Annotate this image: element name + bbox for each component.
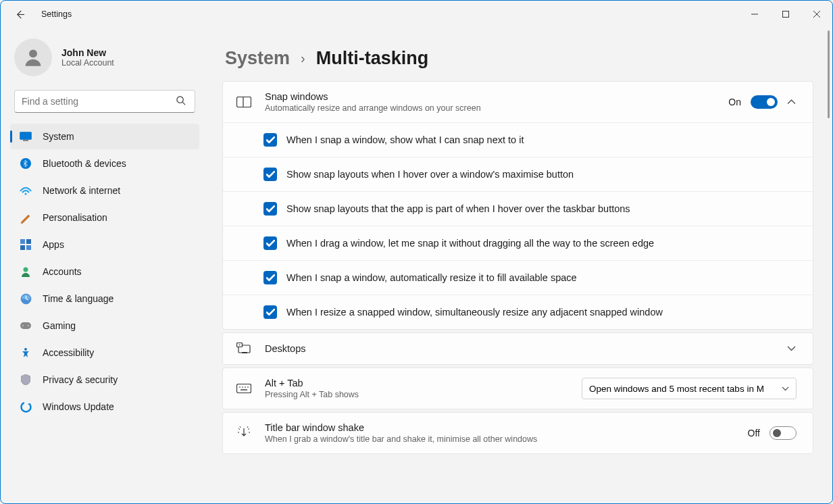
snap-windows-card: Snap windows Automatically resize and ar… bbox=[222, 81, 813, 330]
checkbox[interactable] bbox=[263, 202, 277, 216]
search-input[interactable] bbox=[22, 96, 176, 107]
svg-rect-19 bbox=[20, 322, 31, 329]
maximize-button[interactable] bbox=[770, 1, 801, 28]
sidebar-item-privacy[interactable]: Privacy & security bbox=[10, 367, 199, 393]
avatar bbox=[14, 39, 52, 76]
breadcrumb-parent[interactable]: System bbox=[225, 48, 290, 69]
alttab-card: Alt + Tab Pressing Alt + Tab shows Open … bbox=[222, 368, 813, 409]
checkbox[interactable] bbox=[263, 133, 277, 147]
toggle-state-label: Off bbox=[748, 428, 760, 438]
snap-option-row[interactable]: When I snap a window, automatically resi… bbox=[223, 261, 813, 295]
close-button[interactable] bbox=[801, 1, 832, 28]
svg-rect-8 bbox=[23, 140, 28, 141]
desktops-card: + Desktops bbox=[222, 332, 813, 365]
svg-point-21 bbox=[28, 325, 29, 326]
keyboard-icon bbox=[235, 384, 253, 393]
sidebar-item-bluetooth[interactable]: Bluetooth & devices bbox=[10, 151, 199, 176]
accessibility-icon bbox=[20, 347, 32, 359]
snap-option-row[interactable]: When I snap a window, show what I can sn… bbox=[223, 123, 813, 157]
sidebar-item-accessibility[interactable]: Accessibility bbox=[10, 340, 199, 366]
network-icon bbox=[20, 184, 32, 197]
snap-toggle[interactable] bbox=[751, 95, 778, 109]
svg-rect-24 bbox=[237, 97, 251, 107]
sidebar-item-label: Apps bbox=[43, 239, 64, 250]
snap-option-row[interactable]: Show snap layouts when I hover over a wi… bbox=[223, 157, 813, 192]
scrollbar[interactable] bbox=[828, 30, 830, 118]
sidebar-item-label: Personalisation bbox=[43, 212, 107, 223]
settings-window: Settings John New Local Account bbox=[0, 0, 833, 504]
profile-type: Local Account bbox=[61, 58, 114, 68]
sidebar-item-label: Privacy & security bbox=[43, 374, 118, 385]
shake-row: Title bar window shake When I grab a win… bbox=[223, 413, 813, 453]
snap-option-row[interactable]: When I drag a window, let me snap it wit… bbox=[223, 226, 813, 261]
back-button[interactable] bbox=[13, 7, 26, 21]
apps-icon bbox=[20, 238, 32, 251]
svg-point-4 bbox=[29, 49, 37, 57]
desktops-row[interactable]: + Desktops bbox=[223, 333, 813, 364]
chevron-up-icon[interactable] bbox=[787, 99, 797, 105]
alttab-subtitle: Pressing Alt + Tab shows bbox=[265, 390, 582, 399]
shake-title: Title bar window shake bbox=[265, 422, 748, 433]
update-icon bbox=[20, 401, 32, 413]
snap-option-label: Show snap layouts when I hover over a wi… bbox=[286, 169, 574, 180]
shake-toggle[interactable] bbox=[769, 426, 797, 440]
svg-point-22 bbox=[24, 348, 27, 351]
svg-rect-12 bbox=[26, 239, 31, 244]
shake-card: Title bar window shake When I grab a win… bbox=[222, 412, 813, 454]
toggle-state-label: On bbox=[728, 97, 741, 107]
snap-option-label: Show snap layouts that the app is part o… bbox=[286, 203, 630, 214]
chevron-down-icon bbox=[782, 384, 789, 394]
sidebar-item-update[interactable]: Windows Update bbox=[10, 394, 199, 420]
alttab-dropdown[interactable]: Open windows and 5 most recent tabs in M bbox=[582, 378, 797, 399]
search-box[interactable] bbox=[14, 90, 195, 113]
sidebar-item-label: Time & language bbox=[43, 293, 113, 304]
system-icon bbox=[20, 130, 32, 143]
sidebar-item-time[interactable]: Time & language bbox=[10, 286, 199, 311]
search-icon bbox=[176, 95, 188, 108]
snap-option-row[interactable]: When I resize a snapped window, simultan… bbox=[223, 295, 813, 329]
nav-list: System Bluetooth & devices Network & int… bbox=[1, 122, 209, 421]
sidebar-item-label: Gaming bbox=[43, 320, 76, 331]
snap-option-label: When I snap a window, show what I can sn… bbox=[286, 134, 524, 145]
snap-option-label: When I snap a window, automatically resi… bbox=[286, 272, 577, 283]
gaming-icon bbox=[20, 320, 32, 332]
page-title: Multi-tasking bbox=[316, 48, 429, 69]
desktops-icon: + bbox=[235, 343, 253, 355]
svg-line-6 bbox=[182, 102, 185, 105]
shake-icon bbox=[235, 426, 253, 440]
time-icon bbox=[20, 293, 32, 305]
svg-rect-30 bbox=[237, 384, 251, 393]
desktops-title: Desktops bbox=[265, 343, 787, 354]
sidebar-item-label: System bbox=[43, 131, 74, 142]
sidebar-item-accounts[interactable]: Accounts bbox=[10, 259, 199, 284]
checkbox[interactable] bbox=[263, 305, 277, 319]
shake-subtitle: When I grab a window's title bar and sha… bbox=[265, 434, 748, 444]
sidebar-item-gaming[interactable]: Gaming bbox=[10, 313, 199, 338]
svg-rect-13 bbox=[20, 245, 25, 250]
bluetooth-icon bbox=[20, 157, 32, 170]
window-controls bbox=[739, 1, 832, 28]
sidebar-item-label: Accessibility bbox=[43, 347, 94, 358]
sidebar-item-network[interactable]: Network & internet bbox=[10, 178, 199, 203]
svg-point-20 bbox=[22, 325, 24, 326]
snap-icon bbox=[235, 97, 253, 107]
snap-title: Snap windows bbox=[265, 91, 728, 102]
checkbox[interactable] bbox=[263, 271, 277, 284]
checkbox[interactable] bbox=[263, 236, 277, 250]
snap-option-row[interactable]: Show snap layouts that the app is part o… bbox=[223, 192, 813, 226]
sidebar-item-personalisation[interactable]: Personalisation bbox=[10, 205, 199, 230]
sidebar-item-apps[interactable]: Apps bbox=[10, 232, 199, 257]
profile-block[interactable]: John New Local Account bbox=[1, 33, 209, 82]
sidebar: John New Local Account System Bluetooth … bbox=[1, 28, 209, 503]
chevron-right-icon: › bbox=[301, 51, 305, 66]
sidebar-item-label: Accounts bbox=[43, 266, 82, 277]
sidebar-item-label: Network & internet bbox=[43, 185, 120, 196]
sidebar-item-system[interactable]: System bbox=[10, 124, 199, 149]
minimize-button[interactable] bbox=[739, 1, 770, 28]
chevron-down-icon[interactable] bbox=[787, 346, 797, 352]
alttab-title: Alt + Tab bbox=[265, 378, 582, 388]
checkbox[interactable] bbox=[263, 168, 277, 181]
dropdown-value: Open windows and 5 most recent tabs in M bbox=[589, 384, 764, 394]
privacy-icon bbox=[20, 374, 32, 386]
snap-windows-header[interactable]: Snap windows Automatically resize and ar… bbox=[223, 82, 813, 123]
